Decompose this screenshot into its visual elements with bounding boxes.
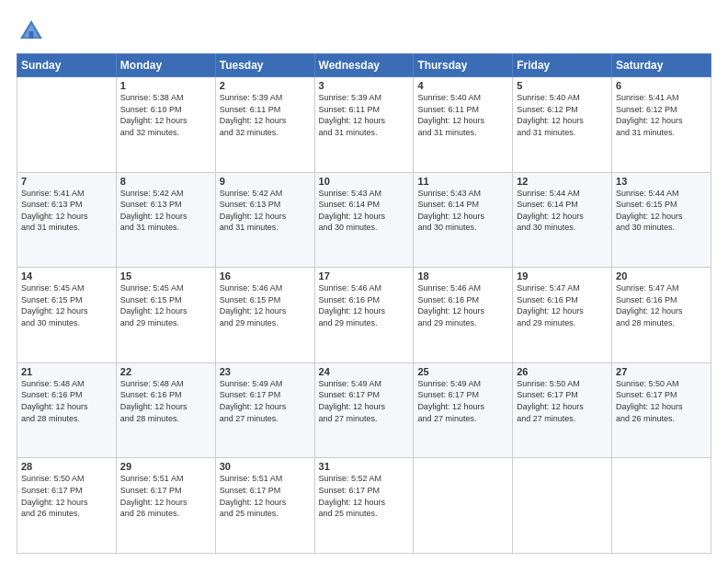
calendar-cell: 3Sunrise: 5:39 AM Sunset: 6:11 PM Daylig…	[314, 77, 414, 173]
weekday-header-tuesday: Tuesday	[215, 54, 314, 77]
calendar-cell: 24Sunrise: 5:49 AM Sunset: 6:17 PM Dayli…	[314, 362, 414, 458]
day-info: Sunrise: 5:50 AM Sunset: 6:17 PM Dayligh…	[21, 473, 112, 519]
day-info: Sunrise: 5:43 AM Sunset: 6:14 PM Dayligh…	[319, 188, 410, 234]
header	[17, 17, 711, 46]
day-number: 2	[220, 80, 311, 91]
week-row-3: 21Sunrise: 5:48 AM Sunset: 6:16 PM Dayli…	[17, 362, 711, 458]
logo	[17, 17, 50, 46]
day-info: Sunrise: 5:50 AM Sunset: 6:17 PM Dayligh…	[517, 378, 608, 424]
day-number: 12	[517, 176, 608, 187]
day-number: 7	[21, 176, 112, 187]
calendar-cell: 31Sunrise: 5:52 AM Sunset: 6:17 PM Dayli…	[314, 458, 414, 554]
calendar-cell: 11Sunrise: 5:43 AM Sunset: 6:14 PM Dayli…	[414, 172, 513, 268]
week-row-2: 14Sunrise: 5:45 AM Sunset: 6:15 PM Dayli…	[17, 268, 711, 363]
calendar-cell: 28Sunrise: 5:50 AM Sunset: 6:17 PM Dayli…	[17, 458, 117, 554]
day-info: Sunrise: 5:49 AM Sunset: 6:17 PM Dayligh…	[319, 378, 410, 424]
calendar-cell	[414, 458, 513, 554]
weekday-header-monday: Monday	[116, 54, 215, 77]
day-info: Sunrise: 5:44 AM Sunset: 6:14 PM Dayligh…	[517, 188, 608, 234]
week-row-4: 28Sunrise: 5:50 AM Sunset: 6:17 PM Dayli…	[17, 458, 711, 554]
day-number: 1	[120, 80, 211, 91]
day-number: 18	[417, 270, 508, 282]
day-number: 31	[319, 461, 410, 472]
calendar-cell: 10Sunrise: 5:43 AM Sunset: 6:14 PM Dayli…	[314, 172, 414, 268]
day-number: 29	[120, 461, 211, 472]
day-info: Sunrise: 5:41 AM Sunset: 6:13 PM Dayligh…	[21, 188, 112, 234]
day-number: 9	[220, 176, 311, 187]
weekday-header-wednesday: Wednesday	[314, 54, 414, 77]
day-info: Sunrise: 5:42 AM Sunset: 6:13 PM Dayligh…	[120, 188, 211, 234]
day-number: 22	[120, 366, 211, 377]
day-info: Sunrise: 5:47 AM Sunset: 6:16 PM Dayligh…	[517, 282, 608, 328]
day-info: Sunrise: 5:45 AM Sunset: 6:15 PM Dayligh…	[120, 282, 211, 328]
day-info: Sunrise: 5:46 AM Sunset: 6:16 PM Dayligh…	[417, 282, 508, 328]
day-info: Sunrise: 5:51 AM Sunset: 6:17 PM Dayligh…	[120, 473, 211, 519]
day-number: 13	[616, 176, 707, 187]
day-info: Sunrise: 5:46 AM Sunset: 6:16 PM Dayligh…	[319, 282, 410, 328]
day-info: Sunrise: 5:45 AM Sunset: 6:15 PM Dayligh…	[21, 282, 112, 328]
calendar-cell: 27Sunrise: 5:50 AM Sunset: 6:17 PM Dayli…	[612, 362, 711, 458]
day-number: 28	[21, 461, 112, 472]
header-row: SundayMondayTuesdayWednesdayThursdayFrid…	[17, 54, 711, 77]
calendar-cell: 21Sunrise: 5:48 AM Sunset: 6:16 PM Dayli…	[17, 362, 117, 458]
calendar-cell: 13Sunrise: 5:44 AM Sunset: 6:15 PM Dayli…	[612, 172, 711, 268]
calendar-cell: 17Sunrise: 5:46 AM Sunset: 6:16 PM Dayli…	[314, 268, 414, 363]
day-number: 25	[417, 366, 508, 377]
day-number: 17	[319, 270, 410, 282]
day-info: Sunrise: 5:50 AM Sunset: 6:17 PM Dayligh…	[616, 378, 707, 424]
day-number: 21	[21, 366, 112, 377]
day-number: 8	[120, 176, 211, 187]
day-info: Sunrise: 5:42 AM Sunset: 6:13 PM Dayligh…	[220, 188, 311, 234]
calendar-cell: 26Sunrise: 5:50 AM Sunset: 6:17 PM Dayli…	[513, 362, 612, 458]
day-number: 3	[319, 80, 410, 91]
day-number: 23	[220, 366, 311, 377]
week-row-0: 1Sunrise: 5:38 AM Sunset: 6:10 PM Daylig…	[17, 77, 711, 173]
day-info: Sunrise: 5:47 AM Sunset: 6:16 PM Dayligh…	[616, 282, 707, 328]
day-info: Sunrise: 5:49 AM Sunset: 6:17 PM Dayligh…	[417, 378, 508, 424]
day-info: Sunrise: 5:43 AM Sunset: 6:14 PM Dayligh…	[417, 188, 508, 234]
weekday-header-friday: Friday	[513, 54, 612, 77]
day-number: 16	[220, 270, 311, 282]
weekday-header-sunday: Sunday	[17, 54, 117, 77]
day-number: 30	[220, 461, 311, 472]
day-info: Sunrise: 5:51 AM Sunset: 6:17 PM Dayligh…	[220, 473, 311, 519]
day-number: 14	[21, 270, 112, 282]
day-info: Sunrise: 5:44 AM Sunset: 6:15 PM Dayligh…	[616, 188, 707, 234]
day-number: 5	[517, 80, 608, 91]
calendar-cell: 20Sunrise: 5:47 AM Sunset: 6:16 PM Dayli…	[612, 268, 711, 363]
calendar-cell: 29Sunrise: 5:51 AM Sunset: 6:17 PM Dayli…	[116, 458, 215, 554]
calendar-cell: 19Sunrise: 5:47 AM Sunset: 6:16 PM Dayli…	[513, 268, 612, 363]
calendar-cell: 7Sunrise: 5:41 AM Sunset: 6:13 PM Daylig…	[17, 172, 117, 268]
day-info: Sunrise: 5:39 AM Sunset: 6:11 PM Dayligh…	[220, 92, 311, 138]
calendar-cell: 8Sunrise: 5:42 AM Sunset: 6:13 PM Daylig…	[116, 172, 215, 268]
calendar-table: SundayMondayTuesdayWednesdayThursdayFrid…	[17, 53, 711, 554]
calendar-cell: 22Sunrise: 5:48 AM Sunset: 6:16 PM Dayli…	[116, 362, 215, 458]
day-number: 20	[616, 270, 707, 282]
calendar-cell	[17, 77, 117, 173]
week-row-1: 7Sunrise: 5:41 AM Sunset: 6:13 PM Daylig…	[17, 172, 711, 268]
page: SundayMondayTuesdayWednesdayThursdayFrid…	[0, 0, 728, 563]
calendar-cell: 12Sunrise: 5:44 AM Sunset: 6:14 PM Dayli…	[513, 172, 612, 268]
day-number: 19	[517, 270, 608, 282]
day-info: Sunrise: 5:48 AM Sunset: 6:16 PM Dayligh…	[21, 378, 112, 424]
weekday-header-saturday: Saturday	[612, 54, 711, 77]
day-number: 26	[517, 366, 608, 377]
day-info: Sunrise: 5:39 AM Sunset: 6:11 PM Dayligh…	[319, 92, 410, 138]
svg-rect-2	[29, 31, 34, 39]
calendar-cell: 30Sunrise: 5:51 AM Sunset: 6:17 PM Dayli…	[215, 458, 314, 554]
calendar-cell: 14Sunrise: 5:45 AM Sunset: 6:15 PM Dayli…	[17, 268, 117, 363]
day-number: 6	[616, 80, 707, 91]
day-info: Sunrise: 5:38 AM Sunset: 6:10 PM Dayligh…	[120, 92, 211, 138]
day-number: 15	[120, 270, 211, 282]
calendar-cell: 15Sunrise: 5:45 AM Sunset: 6:15 PM Dayli…	[116, 268, 215, 363]
day-info: Sunrise: 5:48 AM Sunset: 6:16 PM Dayligh…	[120, 378, 211, 424]
day-number: 11	[417, 176, 508, 187]
calendar-cell: 9Sunrise: 5:42 AM Sunset: 6:13 PM Daylig…	[215, 172, 314, 268]
calendar-cell: 6Sunrise: 5:41 AM Sunset: 6:12 PM Daylig…	[612, 77, 711, 173]
day-info: Sunrise: 5:40 AM Sunset: 6:12 PM Dayligh…	[517, 92, 608, 138]
calendar-cell: 16Sunrise: 5:46 AM Sunset: 6:15 PM Dayli…	[215, 268, 314, 363]
generalblue-icon	[17, 17, 46, 46]
day-info: Sunrise: 5:46 AM Sunset: 6:15 PM Dayligh…	[220, 282, 311, 328]
calendar-cell: 2Sunrise: 5:39 AM Sunset: 6:11 PM Daylig…	[215, 77, 314, 173]
day-number: 4	[417, 80, 508, 91]
